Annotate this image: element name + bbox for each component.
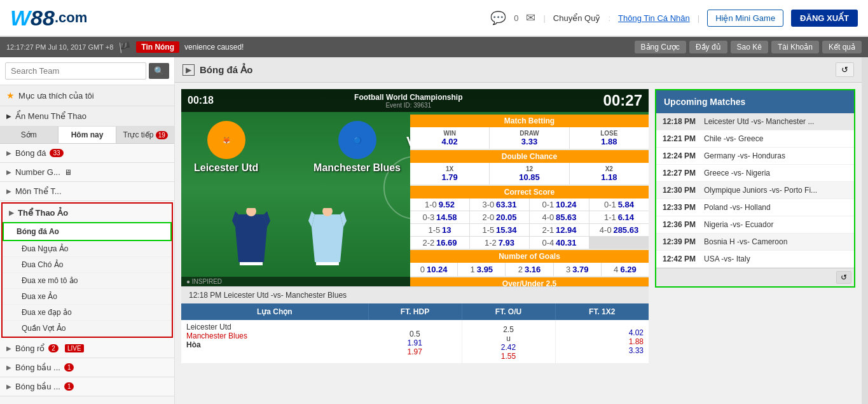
cs-2[interactable]: 3-0 63.31 <box>470 199 529 211</box>
match-betting-title: Match Betting <box>410 115 649 127</box>
hide-menu-label: Ẩn Menu Thể Thao <box>15 111 86 121</box>
team-away-row: Manchester Blues <box>186 331 363 340</box>
cs-14[interactable]: 1-2 7.93 <box>470 237 529 249</box>
section-bong-da-header[interactable]: ▶ Bóng đá 33 <box>0 144 174 162</box>
cs-4[interactable]: 0-1 5.84 <box>589 199 649 211</box>
tab-truc-tiep[interactable]: Trực tiếp 19 <box>116 127 174 143</box>
sao-ke-button[interactable]: Sao Kê <box>731 41 768 53</box>
double-chance-row: 1X 1.79 12 10.85 X2 1.18 <box>410 163 649 185</box>
bong-da-ao-item[interactable]: Bóng đá Ao <box>3 222 172 241</box>
1x2-draw[interactable]: 3.33 <box>561 346 644 355</box>
cs-6[interactable]: 2-0 20.05 <box>470 211 529 223</box>
1x2-away[interactable]: 1.88 <box>561 337 644 346</box>
search-input[interactable] <box>5 62 146 80</box>
refresh-button[interactable]: ↺ <box>836 62 854 77</box>
upcoming-match-0: Leicester Utd -vs- Manchester ... <box>704 117 814 126</box>
upcoming-row-3[interactable]: 12:27 PM Greece -vs- Nigeria <box>656 165 854 182</box>
ket-qua-button[interactable]: Kết quả <box>822 41 862 53</box>
nav-thong-tin[interactable]: Thông Tin Cá Nhân <box>618 13 690 23</box>
match-video-container: 00:18 Football World Championship Event … <box>181 89 649 364</box>
section-the-thao-ao-header[interactable]: ▶ Thể Thao Ảo <box>3 204 172 222</box>
section-label5: Bóng rổ <box>15 344 45 353</box>
draw-cell[interactable]: DRAW 3.33 <box>490 127 569 149</box>
bang-cuoc-button[interactable]: Bảng Cược <box>635 41 686 53</box>
section-bong-bau1-header[interactable]: ▶ Bóng bầu ... 1 <box>0 358 174 377</box>
dua-xe-ao-item[interactable]: Đua xe Ảo <box>3 289 172 305</box>
goal-2[interactable]: 2 3.16 <box>506 263 553 276</box>
upcoming-row-5[interactable]: 12:33 PM Poland -vs- Holland <box>656 199 854 216</box>
tab-hom-nay[interactable]: Hôm nay <box>59 127 117 143</box>
nav-chuyen-quy[interactable]: Chuyển Quỹ <box>553 13 601 23</box>
quan-vot-ao-item[interactable]: Quần Vợt Ảo <box>3 321 172 337</box>
win-cell[interactable]: WIN 4.02 <box>410 127 490 149</box>
section-arrow4-icon: ▶ <box>9 209 14 216</box>
cs-1[interactable]: 1-0 9.52 <box>410 199 469 211</box>
video-timer-block: 00:18 <box>188 95 214 106</box>
ou-col: 2.5 u 2.42 1.55 <box>462 320 555 364</box>
col-lua-chon: Lựa Chọn <box>181 303 368 320</box>
hide-menu-bar[interactable]: ▶ Ẩn Menu Thể Thao <box>0 106 174 127</box>
match-betting-row: WIN 4.02 DRAW 3.33 LOSE 1.88 <box>410 127 649 149</box>
cs-11[interactable]: 2-1 12.94 <box>530 224 589 236</box>
hdp-home-odds[interactable]: 1.91 <box>373 338 457 347</box>
scrollbar[interactable] <box>862 57 868 404</box>
ticker-bar: 12:17:27 PM Jul 10, 2017 GMT +8 🏴 Tin Nó… <box>0 37 868 57</box>
upcoming-row-0[interactable]: 12:18 PM Leicester Utd -vs- Manchester .… <box>656 113 854 130</box>
cs-8[interactable]: 1-1 6.14 <box>589 211 649 223</box>
section-arrow6-icon: ▶ <box>6 364 11 371</box>
cs-9[interactable]: 1-5 13 <box>410 224 469 236</box>
favorite-bar[interactable]: ★ Mục ưa thích của tôi <box>0 85 174 106</box>
day-du-button[interactable]: Đầy đủ <box>689 41 727 53</box>
dc-12-cell[interactable]: 12 10.85 <box>490 163 569 185</box>
svg-marker-5 <box>312 214 343 262</box>
section-bong-bau2-header[interactable]: ▶ Bóng bầu ... 1 <box>0 377 174 396</box>
cs-7[interactable]: 4-0 85.63 <box>530 211 589 223</box>
dua-cho-ao-item[interactable]: Đua Chó Ảo <box>3 257 172 273</box>
upcoming-row-2[interactable]: 12:24 PM Germany -vs- Honduras <box>656 148 854 165</box>
ou-over-odds[interactable]: 2.42 <box>467 343 550 352</box>
section-bong-ro-header[interactable]: ▶ Bóng rổ 2 LIVE <box>0 339 174 358</box>
dc-x2-cell[interactable]: X2 1.18 <box>570 163 649 185</box>
dc-1x-cell[interactable]: 1X 1.79 <box>410 163 490 185</box>
goal-3[interactable]: 3 3.79 <box>554 263 602 276</box>
upcoming-time-4: 12:30 PM <box>663 186 704 195</box>
main-layout: 🔍 ★ Mục ưa thích của tôi ▶ Ẩn Menu Thể T… <box>0 57 868 404</box>
dang-xuat-button[interactable]: ĐĂNG XUẤT <box>791 10 858 27</box>
upcoming-row-4[interactable]: 12:30 PM Olympique Juniors -vs- Porto Fi… <box>656 182 854 199</box>
sidebar: 🔍 ★ Mục ưa thích của tôi ▶ Ẩn Menu Thể T… <box>0 57 175 404</box>
1x2-home[interactable]: 4.02 <box>561 328 644 337</box>
upcoming-row-7[interactable]: 12:39 PM Bosnia H -vs- Cameroon <box>656 233 854 251</box>
hdp-away-odds[interactable]: 1.97 <box>373 347 457 356</box>
chat-icon[interactable]: 💬 <box>490 10 506 25</box>
section-mon-the-header[interactable]: ▶ Môn Thể T... <box>0 182 174 200</box>
section-number-g-header[interactable]: ▶ Number G... 🖥 <box>0 163 174 181</box>
section-mon-the: ▶ Môn Thể T... <box>0 182 174 201</box>
search-bar: 🔍 <box>0 57 174 85</box>
search-button[interactable]: 🔍 <box>149 63 169 79</box>
dua-xe-moto-item[interactable]: Đua xe mô tô ảo <box>3 273 172 289</box>
goal-0[interactable]: 0 10.24 <box>410 263 458 276</box>
cs-3[interactable]: 0-1 10.24 <box>530 199 589 211</box>
goal-1[interactable]: 1 3.95 <box>458 263 506 276</box>
lose-cell[interactable]: LOSE 1.88 <box>570 127 649 149</box>
upcoming-row-1[interactable]: 12:21 PM Chile -vs- Greece <box>656 130 854 148</box>
cs-13[interactable]: 2-2 16.69 <box>410 237 469 249</box>
cs-10[interactable]: 1-5 15.34 <box>470 224 529 236</box>
cs-15[interactable]: 0-4 40.31 <box>530 237 589 249</box>
header: W 88 .com 💬 0 ✉ | Chuyển Quỹ : Thông Tin… <box>0 0 868 37</box>
upcoming-row-6[interactable]: 12:36 PM Nigeria -vs- Ecuador <box>656 216 854 233</box>
dua-ngua-ao-item[interactable]: Đua Ngựa Ảo <box>3 241 172 257</box>
cs-5[interactable]: 0-3 14.58 <box>410 211 469 223</box>
tab-som[interactable]: Sớm <box>0 127 59 143</box>
tai-khoan-button[interactable]: Tài Khoản <box>771 41 819 53</box>
cs-12[interactable]: 4-0 285.63 <box>589 224 649 236</box>
upcoming-row-8[interactable]: 12:42 PM USA -vs- Italy <box>656 251 854 268</box>
mini-game-button[interactable]: Hiện Mini Game <box>707 10 783 27</box>
dua-xe-dap-item[interactable]: Đua xe đạp ảo <box>3 305 172 321</box>
goal-4[interactable]: 4 6.29 <box>602 263 649 276</box>
ou-under-odds[interactable]: 1.55 <box>467 352 550 361</box>
badge3: 1 <box>64 363 74 372</box>
upcoming-refresh-button[interactable]: ↺ <box>836 271 851 284</box>
content-header: ▶ Bóng đá Ảo ↺ <box>175 57 862 83</box>
mail-icon[interactable]: ✉ <box>526 11 535 25</box>
